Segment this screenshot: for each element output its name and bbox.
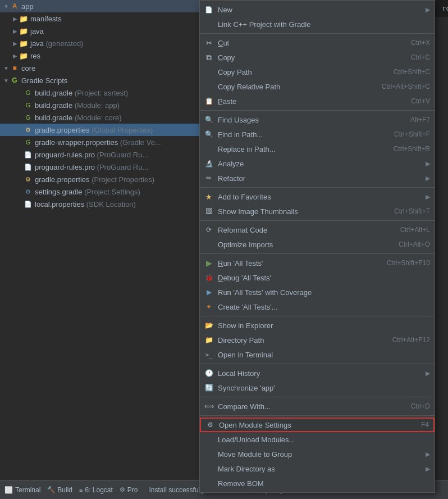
menu-item-link-cpp[interactable]: Link C++ Project with Gradle	[200, 17, 435, 31]
menu-sep-5	[200, 253, 435, 254]
menu-label-local-history: Local History	[218, 369, 423, 378]
menu-item-copy-path[interactable]: Copy Path Ctrl+Shift+C	[200, 65, 435, 79]
find-path-icon: 🔍	[203, 129, 214, 140]
menu-label-load-unload: Load/Unload Modules...	[218, 436, 430, 444]
menu-label-new: New	[218, 6, 423, 14]
tree-label-manifests: manifests	[30, 15, 197, 23]
menu-sep-1	[200, 33, 435, 34]
menu-item-open-terminal[interactable]: >_ Open in Terminal	[200, 347, 435, 362]
move-module-arrow-icon: ▶	[426, 451, 430, 458]
tree-label-local-properties: local.properties (SDK Location)	[35, 200, 197, 208]
menu-item-find-usages[interactable]: 🔍 Find Usages Alt+F7	[200, 112, 435, 127]
tree-item-java[interactable]: ▶ 📁 java	[0, 25, 199, 37]
gradle-file-icon-1: G	[24, 88, 33, 97]
menu-item-run-all-tests[interactable]: ▶ Run 'All Tests' Ctrl+Shift+F10	[200, 256, 435, 270]
copy-path-shortcut: Ctrl+Shift+C	[394, 68, 430, 76]
tree-item-proguard-2[interactable]: ▶ 📄 proguard-rules.pro (ProGuard Ru...	[0, 161, 199, 173]
tree-item-proguard-1[interactable]: ▶ 📄 proguard-rules.pro (ProGuard Ru...	[0, 148, 199, 161]
tree-item-manifests[interactable]: ▶ 📁 manifests	[0, 12, 199, 25]
menu-item-refactor[interactable]: ✏ Refactor ▶	[200, 171, 435, 185]
folder-icon-manifests: 📁	[19, 14, 28, 23]
menu-item-open-module-settings[interactable]: ⚙ Open Module Settings F4	[200, 418, 435, 432]
menu-item-reformat[interactable]: ⟳ Reformat Code Ctrl+Alt+L	[200, 223, 435, 237]
status-pro[interactable]: ⚙ Pro	[120, 486, 138, 494]
proguard-icon-2: 📄	[24, 162, 33, 171]
menu-item-analyze[interactable]: 🔬 Analyze ▶	[200, 156, 435, 171]
module-settings-shortcut: F4	[421, 421, 429, 429]
status-logcat[interactable]: ≡ 6: Logcat	[79, 486, 113, 494]
debug-icon: 🐞	[203, 272, 214, 283]
menu-item-copy-relative-path[interactable]: Copy Relative Path Ctrl+Alt+Shift+C	[200, 79, 435, 94]
menu-label-open-module-settings: Open Module Settings	[219, 421, 414, 429]
coverage-icon: ▶	[203, 287, 214, 298]
tree-item-gradle-props-project[interactable]: ▶ ⚙ gradle.properties (Project Propertie…	[0, 173, 199, 185]
menu-item-dir-path[interactable]: 📁 Directory Path Ctrl+Alt+F12	[200, 333, 435, 347]
menu-label-replace-in-path: Replace in Path...	[218, 145, 387, 153]
tree-label-build-gradle-app: build.gradle (Module: app)	[35, 101, 197, 110]
app-icon: A	[10, 2, 19, 11]
menu-item-find-in-path[interactable]: 🔍 Find in Path... Ctrl+Shift+F	[200, 127, 435, 142]
local-props-icon: 📄	[24, 199, 33, 208]
menu-item-copy[interactable]: ⧉ Copy Ctrl+C	[200, 50, 435, 65]
tree-item-app[interactable]: ▼ A app	[0, 0, 199, 12]
tree-item-local-properties[interactable]: ▶ 📄 local.properties (SDK Location)	[0, 198, 199, 210]
menu-item-compare-with[interactable]: ⟺ Compare With... Ctrl+D	[200, 399, 435, 414]
tree-item-gradle-scripts[interactable]: ▼ G Gradle Scripts	[0, 74, 199, 87]
menu-sep-2	[200, 110, 435, 111]
menu-label-run-tests: Run 'All Tests'	[218, 259, 380, 267]
folder-icon-res: 📁	[19, 51, 28, 60]
tree-item-gradle-wrapper[interactable]: ▶ G gradle-wrapper.properties (Gradle Ve…	[0, 136, 199, 148]
menu-label-reformat: Reformat Code	[218, 226, 394, 234]
tree-item-build-gradle-core[interactable]: ▶ G build.gradle (Module: core)	[0, 111, 199, 124]
menu-item-cut[interactable]: ✂ Cut Ctrl+X	[200, 35, 435, 50]
replace-shortcut: Ctrl+Shift+R	[394, 145, 430, 153]
menu-item-local-history[interactable]: 🕐 Local History ▶	[200, 366, 435, 380]
menu-item-synchronize[interactable]: 🔄 Synchronize 'app'	[200, 380, 435, 395]
tree-label-java-gen: java (generated)	[30, 39, 197, 48]
menu-item-move-module[interactable]: Move Module to Group ▶	[200, 447, 435, 461]
tree-item-res[interactable]: ▶ 📁 res	[0, 49, 199, 62]
tree-arrow-res: ▶	[11, 53, 19, 59]
build-bar-label: Build	[57, 486, 72, 494]
menu-item-optimize-imports[interactable]: Optimize Imports Ctrl+Alt+O	[200, 237, 435, 252]
proguard-icon-1: 📄	[24, 150, 33, 159]
status-terminal[interactable]: ⬜ Terminal	[4, 486, 40, 494]
tree-item-build-gradle-project[interactable]: ▶ G build.gradle (Project: asrtest)	[0, 87, 199, 99]
menu-item-mark-directory[interactable]: Mark Directory as ▶	[200, 461, 435, 476]
menu-item-show-explorer[interactable]: 📂 Show in Explorer	[200, 318, 435, 333]
menu-item-show-images[interactable]: 🖼 Show Image Thumbnails Ctrl+Shift+T	[200, 204, 435, 219]
logcat-bar-label: 6: Logcat	[85, 486, 112, 494]
settings-gradle-icon: ⚙	[24, 187, 33, 196]
gradle-file-icon-2: G	[24, 101, 33, 110]
file-tree: ▼ A app ▶ 📁 manifests ▶ 📁 java ▶ 📁 java …	[0, 0, 199, 499]
menu-item-remove-bom[interactable]: Remove BOM	[200, 476, 435, 491]
menu-sep-4	[200, 220, 435, 221]
image-icon: 🖼	[203, 206, 214, 217]
editor-content: rootProject.name='asrtest'	[442, 4, 448, 12]
remove-bom-icon	[203, 478, 214, 489]
menu-item-debug-all-tests[interactable]: 🐞 Debug 'All Tests'	[200, 270, 435, 285]
menu-label-synchronize: Synchronize 'app'	[218, 384, 430, 392]
menu-item-replace-in-path[interactable]: Replace in Path... Ctrl+Shift+R	[200, 142, 435, 156]
tree-label-gradle-props-project: gradle.properties (Project Properties)	[35, 175, 197, 184]
tree-item-settings-gradle[interactable]: ▶ ⚙ settings.gradle (Project Settings)	[0, 185, 199, 198]
menu-sep-7	[200, 364, 435, 364]
menu-item-new[interactable]: 📄 New ▶	[200, 2, 435, 17]
menu-item-create-tests[interactable]: ✦ Create 'All Tests'...	[200, 300, 435, 314]
tree-item-java-generated[interactable]: ▶ 📁 java (generated)	[0, 37, 199, 49]
menu-label-create-tests: Create 'All Tests'...	[218, 303, 430, 311]
menu-label-move-module: Move Module to Group	[218, 450, 423, 459]
tree-item-build-gradle-app[interactable]: ▶ G build.gradle (Module: app)	[0, 99, 199, 111]
gradle-icon: G	[10, 76, 19, 85]
tree-item-core[interactable]: ▼ ■ core	[0, 62, 199, 74]
menu-label-debug-tests: Debug 'All Tests'	[218, 274, 430, 282]
menu-item-paste[interactable]: 📋 Paste Ctrl+V	[200, 94, 435, 108]
menu-sep-8	[200, 397, 435, 397]
status-build[interactable]: 🔨 Build	[47, 486, 72, 494]
menu-item-add-favorites[interactable]: ★ Add to Favorites ▶	[200, 189, 435, 204]
menu-item-load-unload[interactable]: Load/Unload Modules...	[200, 432, 435, 447]
menu-item-run-coverage[interactable]: ▶ Run 'All Tests' with Coverage	[200, 285, 435, 300]
copy-shortcut: Ctrl+C	[411, 53, 430, 61]
tree-item-gradle-properties-global[interactable]: ▶ ⚙ gradle.properties (Global Properties…	[0, 124, 199, 136]
gradle-props-icon-2: ⚙	[24, 175, 33, 184]
